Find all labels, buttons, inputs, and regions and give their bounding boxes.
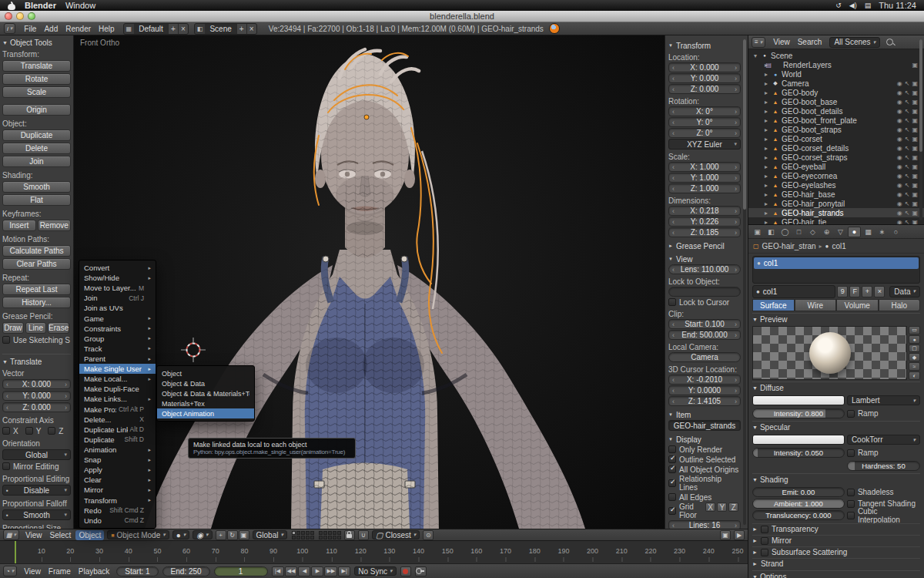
collapsed-panel-header[interactable]: ►Subsurface Scattering	[752, 546, 920, 557]
checkbox[interactable]	[668, 445, 676, 453]
n-panel-item[interactable]: Z: 1.000	[668, 183, 741, 193]
shading-slider[interactable]: Ambient: 1.000	[752, 499, 845, 509]
render-opengl-anim-button[interactable]: ▶	[734, 530, 745, 540]
preview-type-button[interactable]: ◐	[909, 371, 920, 380]
expand-icon[interactable]: ▸	[763, 210, 769, 217]
layer-cell[interactable]	[310, 531, 314, 535]
tool-shelf-item[interactable]: Erase	[48, 322, 69, 334]
layers-widget-2[interactable]	[319, 531, 341, 539]
restrict-toggle-icons[interactable]	[888, 182, 920, 189]
n-panel-item[interactable]: Z: 0°	[668, 128, 741, 138]
n-panel-item[interactable]: Grease Pencil	[668, 241, 741, 250]
restrict-toggle-icons[interactable]	[888, 200, 920, 207]
checkbox[interactable]	[668, 479, 676, 487]
restrict-toggle-icons[interactable]	[888, 191, 920, 198]
datablock-name[interactable]: RenderLayers	[783, 61, 886, 69]
datablock-name[interactable]: GEO-body	[782, 89, 886, 97]
datablock-name[interactable]: GEO-boot_details	[782, 107, 886, 116]
users-count-button[interactable]: 9	[837, 286, 848, 297]
menu-item[interactable]: Mirror ▸	[79, 485, 156, 495]
layer-cell[interactable]	[319, 536, 323, 539]
outliner-menu-item[interactable]: Search	[795, 37, 825, 47]
submenu-item[interactable]: Object	[157, 368, 254, 378]
snap-magnet-toggle[interactable]: ∪	[358, 530, 369, 540]
outliner-row[interactable]: ▸ Camera	[748, 79, 924, 88]
shading-checkbox[interactable]: Shadeless	[847, 488, 920, 496]
scrollbar-thumb[interactable]	[919, 39, 922, 152]
current-frame-marker[interactable]	[15, 541, 16, 563]
n-panel-item[interactable]: Grid Floor	[668, 502, 704, 519]
scene-selector[interactable]: ◧ Scene + ×	[194, 23, 257, 35]
restrict-toggle-icons[interactable]	[888, 210, 920, 217]
n-panel-item[interactable]: All Object Origins	[668, 465, 741, 474]
material-slot[interactable]: ● col1	[754, 257, 919, 269]
n-panel-item[interactable]: Location:	[668, 52, 741, 62]
redo-panel-item[interactable]: Orientation	[2, 439, 71, 448]
redo-panel-item[interactable]: Vector	[2, 368, 71, 378]
properties-tab[interactable]: ◇	[806, 227, 819, 237]
material-slot-list[interactable]: ● col1	[752, 256, 920, 284]
restrict-toggle-icons[interactable]	[888, 126, 920, 133]
material-type-button[interactable]: Wire	[795, 299, 837, 311]
redo-panel-item[interactable]: Y: 0.000	[2, 391, 71, 401]
checkbox[interactable]	[2, 336, 10, 344]
transport-button[interactable]: ▶|	[338, 566, 350, 576]
checkbox[interactable]	[668, 298, 676, 306]
layer-cell[interactable]	[292, 531, 296, 535]
collapsed-panel-header[interactable]: ►Mirror	[752, 535, 920, 546]
material-name-field[interactable]: ●col1	[752, 285, 835, 298]
window-title-bar[interactable]: blenderella.blend	[0, 11, 924, 22]
menu-item[interactable]: Constraints ▸	[79, 324, 156, 334]
expand-icon[interactable]: ▸	[763, 182, 769, 189]
pivot-dropdown[interactable]: ◉▾	[192, 530, 212, 539]
redo-panel-item[interactable]: X	[2, 426, 24, 435]
n-panel-item[interactable]: XYZ Euler	[668, 139, 741, 150]
restrict-toggle-icons[interactable]	[888, 99, 920, 106]
outliner-row[interactable]: ▸ GEO-eyelashes	[748, 180, 924, 190]
n-panel-item[interactable]: Scale:	[668, 152, 741, 161]
tool-shelf-item[interactable]: Transform:	[2, 49, 71, 59]
restrict-toggle-icons[interactable]	[888, 136, 920, 143]
properties-tab[interactable]: ○	[889, 227, 902, 237]
expand-icon[interactable]: ▸	[763, 89, 769, 96]
expand-icon[interactable]: ▸	[763, 71, 769, 78]
menu-item[interactable]: Snap ▸	[79, 455, 156, 465]
delete-layout-button[interactable]: ×	[178, 24, 188, 34]
redo-panel-item[interactable]: Disable	[2, 485, 71, 496]
viewport-shading-dropdown[interactable]: ●▾	[172, 530, 190, 539]
tool-shelf-item[interactable]: Line	[25, 322, 47, 334]
menu-item[interactable]: Make Dupli-Face	[79, 384, 156, 394]
tool-shelf-panel-header[interactable]: ▼Object Tools	[2, 37, 71, 48]
n-panel-item[interactable]: Dimensions:	[668, 196, 741, 205]
expand-icon[interactable]: ▸	[763, 80, 769, 87]
lock-icon[interactable]	[344, 530, 355, 540]
viewport-canvas[interactable]	[74, 35, 665, 529]
editor-type-button[interactable]: ≡▾	[752, 37, 765, 48]
transport-button[interactable]: ▶▶	[324, 566, 337, 576]
layer-cell[interactable]	[337, 531, 341, 535]
specular-hardness-slider[interactable]: Hardness: 50	[847, 461, 920, 471]
menu-item[interactable]: Redo Shift Cmd Z	[79, 506, 156, 516]
tool-shelf-item[interactable]: Translate	[2, 60, 71, 72]
tool-shelf-item[interactable]: Object:	[2, 119, 71, 128]
layer-cell[interactable]	[328, 536, 332, 539]
restrict-toggle-icons[interactable]	[888, 154, 920, 161]
transform-orientation-dropdown[interactable]: Global▾	[253, 530, 287, 539]
n-panel-item[interactable]: Y	[717, 502, 727, 512]
tool-shelf-item[interactable]: Duplicate	[2, 129, 71, 141]
restrict-toggle-icons[interactable]	[888, 145, 920, 152]
menu-item[interactable]: Show/Hide ▸	[79, 273, 156, 283]
menu-item[interactable]: Track ▸	[79, 344, 156, 354]
outliner-row[interactable]: ▸ GEO-boot_base	[748, 97, 924, 106]
menu-bar-clock[interactable]: Thu 11:24	[879, 1, 916, 10]
transport-button[interactable]: |◀	[272, 566, 284, 576]
transport-button[interactable]: ▶	[311, 566, 323, 576]
menu-item[interactable]: Game ▸	[79, 314, 156, 324]
tool-shelf-item[interactable]: Delete	[2, 143, 71, 154]
timeline-ruler[interactable]: 1020304050607080901001101201301401501601…	[0, 541, 748, 564]
preview-type-button[interactable]: ▢	[909, 344, 920, 353]
snap-target-icon[interactable]: ⊙	[423, 530, 434, 540]
redo-panel-item[interactable]: X: 0.000	[2, 379, 71, 389]
menu-item[interactable]: Delete... X	[79, 415, 156, 425]
n-panel-item[interactable]: Item	[668, 410, 741, 419]
